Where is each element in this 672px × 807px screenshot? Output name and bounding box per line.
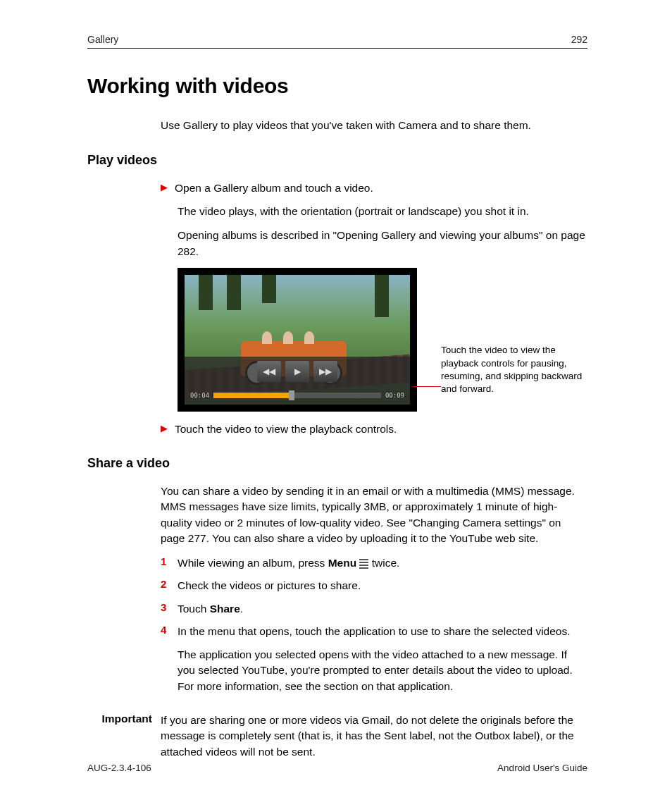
page-title: Working with videos [87,74,587,98]
step-text: While viewing an album, press Menu twice… [178,555,587,571]
bullet-text: Open a Gallery album and touch a video. [175,180,373,196]
total-time: 00:09 [385,392,404,399]
step-text: In the menu that opens, touch the applic… [178,624,587,639]
share-video-content: You can share a video by sending it in a… [161,483,587,694]
step-number: 1 [161,555,178,567]
video-player-screenshot: ◀◀ ▶ ▶▶ 00:04 00:09 [178,268,417,412]
step-number: 3 [161,601,178,613]
header-page-number: 292 [571,34,587,45]
body-text: The video plays, with the orientation (p… [178,204,587,219]
video-frame: ◀◀ ▶ ▶▶ 00:04 00:09 [185,275,410,405]
footer-doc-title: Android User's Guide [497,763,587,773]
body-text: The application you selected opens with … [178,647,587,694]
screenshot-with-callout: ◀◀ ▶ ▶▶ 00:04 00:09 [178,268,587,412]
bullet-text: Touch the video to view the playback con… [175,421,397,437]
step-number: 2 [161,578,178,590]
page-footer: AUG-2.3.4-106 Android User's Guide [87,763,587,773]
step-text: Check the videos or pictures to share. [178,578,587,593]
step-number: 4 [161,624,178,636]
triangle-bullet-icon: ▶ [161,423,168,433]
body-text: You can share a video by sending it in a… [161,483,587,547]
progress-bar[interactable] [213,393,381,398]
progress-handle[interactable] [289,390,294,400]
header-section: Gallery [87,34,118,45]
rewind-button[interactable]: ◀◀ [257,361,281,382]
triangle-bullet-icon: ▶ [161,182,168,192]
body-text: Opening albums is described in "Opening … [178,228,587,259]
footer-doc-id: AUG-2.3.4-106 [87,763,151,773]
section-heading-play-videos: Play videos [87,153,587,168]
callout-leader-line [417,268,441,412]
playback-controls-overlay: ◀◀ ▶ ▶▶ 00:04 00:09 [185,357,410,405]
important-label: Important [87,713,152,725]
elapsed-time: 00:04 [190,392,209,399]
play-button[interactable]: ▶ [285,361,309,382]
numbered-steps: 1 While viewing an album, press Menu twi… [161,555,587,640]
intro-paragraph: Use Gallery to play videos that you've t… [161,118,587,133]
fast-forward-button[interactable]: ▶▶ [313,361,337,382]
step-text: Touch Share. [178,601,587,617]
section-heading-share-video: Share a video [87,456,587,471]
important-note: Important If you are sharing one or more… [87,713,587,760]
play-videos-content: ▶ Open a Gallery album and touch a video… [161,180,587,437]
menu-icon [359,557,368,570]
page-header: Gallery 292 [87,34,587,49]
important-text: If you are sharing one or more videos vi… [161,713,587,760]
callout-text: Touch the video to view the playback con… [441,268,587,395]
